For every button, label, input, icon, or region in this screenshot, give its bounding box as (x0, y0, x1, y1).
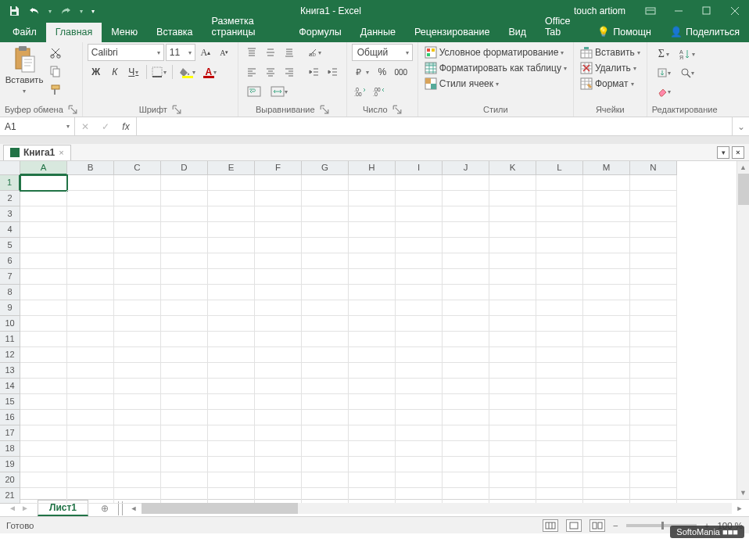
underline-button[interactable]: Ч▾ (125, 63, 142, 81)
cell[interactable] (20, 222, 67, 238)
row-header[interactable]: 6 (0, 253, 20, 269)
row-header[interactable]: 18 (0, 441, 20, 457)
cell[interactable] (302, 300, 349, 316)
cell[interactable] (349, 332, 396, 347)
undo-dropdown[interactable]: ▾ (45, 2, 55, 20)
cell[interactable] (396, 410, 443, 425)
workbook-tab[interactable]: Книга1 × (3, 145, 71, 160)
cell[interactable] (630, 410, 677, 425)
increase-indent-button[interactable] (324, 63, 342, 81)
cell[interactable] (208, 394, 255, 410)
cell[interactable] (489, 472, 536, 488)
increase-font-button[interactable]: A▴ (197, 44, 214, 61)
cell[interactable] (349, 175, 396, 191)
cell[interactable] (67, 316, 114, 332)
row-header[interactable]: 1 (0, 175, 20, 191)
cell[interactable] (67, 379, 114, 394)
cell[interactable] (208, 472, 255, 488)
cell[interactable] (20, 457, 67, 472)
insert-cells-button[interactable]: Вставить▾ (579, 45, 642, 59)
align-bottom-button[interactable] (281, 44, 298, 61)
decrease-indent-button[interactable] (306, 63, 323, 81)
cell[interactable] (536, 285, 583, 300)
cell[interactable] (536, 394, 583, 410)
cell[interactable] (67, 285, 114, 300)
cell[interactable] (255, 269, 302, 285)
cell[interactable] (161, 253, 208, 269)
cell[interactable] (583, 285, 630, 300)
align-center-button[interactable] (262, 63, 279, 81)
cell[interactable] (208, 285, 255, 300)
cell[interactable] (489, 253, 536, 269)
cell[interactable] (349, 253, 396, 269)
cell[interactable] (67, 441, 114, 457)
cell[interactable] (396, 253, 443, 269)
insert-function-button[interactable]: fx (116, 117, 136, 135)
cell[interactable] (302, 206, 349, 222)
cell[interactable] (208, 457, 255, 472)
cell[interactable] (583, 316, 630, 332)
cell[interactable] (489, 206, 536, 222)
formula-input[interactable] (137, 117, 732, 135)
horizontal-scroll-thumb[interactable] (142, 503, 298, 514)
workbook-dropdown-button[interactable]: ▾ (717, 146, 729, 159)
cell[interactable] (255, 363, 302, 379)
cell[interactable] (396, 394, 443, 410)
font-color-button[interactable]: A▾ (200, 63, 222, 81)
cell[interactable] (114, 472, 161, 488)
cell[interactable] (302, 222, 349, 238)
cell[interactable] (302, 425, 349, 441)
cell[interactable] (443, 488, 489, 504)
cell[interactable] (349, 457, 396, 472)
tab-menu[interactable]: Меню (102, 23, 147, 42)
cell[interactable] (114, 238, 161, 253)
cell[interactable] (67, 457, 114, 472)
decrease-decimal-button[interactable]: .00.0 (371, 83, 388, 100)
tab-page-layout[interactable]: Разметка страницы (202, 12, 290, 42)
column-header[interactable]: H (349, 161, 396, 175)
font-size-combo[interactable]: 11▾ (166, 44, 195, 61)
align-top-button[interactable] (243, 44, 260, 61)
cell[interactable] (396, 285, 443, 300)
tab-office-tab[interactable]: Office Tab (536, 12, 588, 42)
cell[interactable] (489, 316, 536, 332)
cell[interactable] (630, 363, 677, 379)
cell[interactable] (443, 457, 489, 472)
clear-button[interactable]: ▾ (652, 83, 676, 100)
cell[interactable] (114, 269, 161, 285)
cell[interactable] (114, 285, 161, 300)
select-all-button[interactable] (0, 161, 20, 175)
cell[interactable] (114, 191, 161, 206)
cell[interactable] (161, 222, 208, 238)
cell[interactable] (161, 410, 208, 425)
cell[interactable] (114, 300, 161, 316)
cell[interactable] (20, 394, 67, 410)
cell[interactable] (161, 238, 208, 253)
cell[interactable] (536, 269, 583, 285)
cell[interactable] (536, 316, 583, 332)
cell[interactable] (396, 300, 443, 316)
cell[interactable] (255, 488, 302, 504)
cell[interactable] (583, 222, 630, 238)
cell[interactable] (536, 488, 583, 504)
cell[interactable] (583, 457, 630, 472)
cell[interactable] (396, 347, 443, 363)
cell[interactable] (67, 410, 114, 425)
number-format-combo[interactable]: Общий (352, 44, 413, 61)
increase-decimal-button[interactable]: .0.00 (352, 83, 369, 100)
cell[interactable] (443, 347, 489, 363)
column-header[interactable]: D (161, 161, 208, 175)
cell[interactable] (208, 269, 255, 285)
cell[interactable] (255, 253, 302, 269)
cell[interactable] (114, 222, 161, 238)
cell[interactable] (630, 253, 677, 269)
cell[interactable] (67, 253, 114, 269)
cell[interactable] (114, 363, 161, 379)
cell[interactable] (67, 222, 114, 238)
cell[interactable] (349, 347, 396, 363)
cell[interactable] (489, 457, 536, 472)
cell[interactable] (20, 363, 67, 379)
fill-button[interactable]: ▾ (652, 64, 676, 81)
cell[interactable] (20, 410, 67, 425)
cell[interactable] (349, 222, 396, 238)
